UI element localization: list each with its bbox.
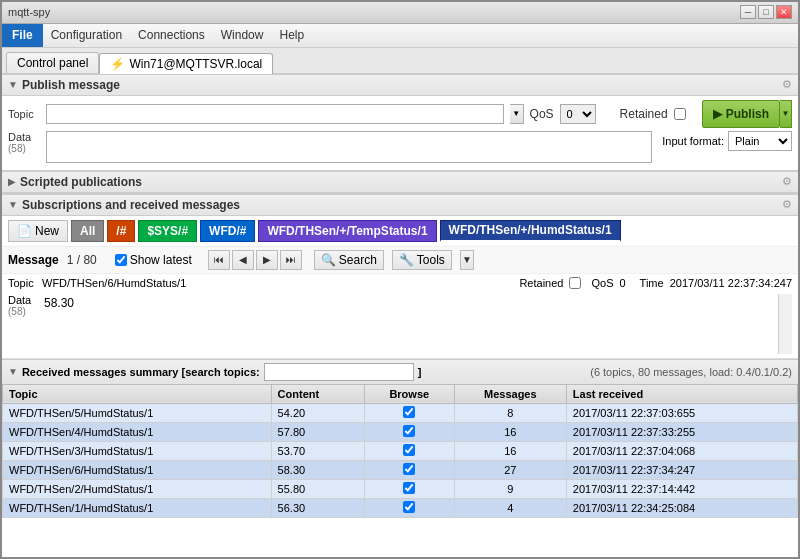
summary-title: Received messages summary [search topics… [22,366,260,378]
detail-retained-label: Retained [519,277,563,289]
topic-row: Topic ▼ QoS 012 Retained ▶ Publish [8,100,792,128]
cell-browse[interactable] [364,441,454,460]
retained-checkbox[interactable] [674,108,686,120]
subscriptions-section-header[interactable]: ▼ Subscriptions and received messages ⚙ [2,194,798,216]
tab-humd-active[interactable]: WFD/THSen/+/HumdStatus/1 [440,220,621,242]
sub-gear-icon[interactable]: ⚙ [782,198,792,211]
menu-help[interactable]: Help [271,24,312,47]
tools-dropdown[interactable]: ▼ [460,250,474,270]
nav-next-button[interactable]: ▶ [256,250,278,270]
tab-temp[interactable]: WFD/THSen/+/TempStatus/1 [258,220,436,242]
maximize-button[interactable]: □ [758,5,774,19]
cell-last-received: 2017/03/11 22:37:14:442 [566,479,797,498]
data-detail-size: (58) [8,306,36,317]
detail-topic-value: WFD/THSen/6/HumdStatus/1 [42,277,186,289]
nav-first-button[interactable]: ⏮ [208,250,230,270]
tab-wfd[interactable]: WFD/# [200,220,255,242]
tab-all[interactable]: All [71,220,104,242]
publish-button[interactable]: ▶ Publish [702,100,780,128]
table-row[interactable]: WFD/THSen/3/HumdStatus/153.70162017/03/1… [3,441,798,460]
topic-input[interactable] [46,104,504,124]
menu-file[interactable]: File [2,24,43,47]
data-detail-value: 58.30 [44,296,74,310]
table-header-row: Topic Content Browse Messages Last recei… [3,384,798,403]
publish-section-header[interactable]: ▼ Publish message ⚙ [2,74,798,96]
tools-icon: 🔧 [399,253,414,267]
browse-checkbox[interactable] [403,406,415,418]
detail-time-value: 2017/03/11 22:37:34:247 [670,277,792,289]
table-row[interactable]: WFD/THSen/6/HumdStatus/158.30272017/03/1… [3,460,798,479]
browse-checkbox[interactable] [403,482,415,494]
table-row[interactable]: WFD/THSen/5/HumdStatus/154.2082017/03/11… [3,403,798,422]
cell-browse[interactable] [364,498,454,517]
sub-collapse-arrow: ▼ [8,199,18,210]
table-row[interactable]: WFD/THSen/4/HumdStatus/157.80162017/03/1… [3,422,798,441]
cell-content: 57.80 [271,422,364,441]
message-detail: Topic WFD/THSen/6/HumdStatus/1 Retained … [2,274,798,359]
cell-last-received: 2017/03/11 22:37:33:255 [566,422,797,441]
tab-hash[interactable]: /# [107,220,135,242]
input-format-select[interactable]: PlainBase64Hex [728,131,792,151]
cell-messages: 4 [454,498,566,517]
show-latest: Show latest [115,253,192,267]
table-row[interactable]: WFD/THSen/1/HumdStatus/156.3042017/03/11… [3,498,798,517]
scripted-gear-icon[interactable]: ⚙ [782,175,792,188]
browse-checkbox[interactable] [403,463,415,475]
menu-connections[interactable]: Connections [130,24,213,47]
menu-window[interactable]: Window [213,24,272,47]
summary-search-input[interactable] [264,363,414,381]
publish-form: Topic ▼ QoS 012 Retained ▶ Publish [2,96,798,170]
input-format-label: Input format: [662,135,724,147]
cell-browse[interactable] [364,479,454,498]
detail-retained-checkbox[interactable] [569,277,581,289]
summary-bracket: ] [418,366,422,378]
menu-configuration[interactable]: Configuration [43,24,130,47]
browse-checkbox[interactable] [403,501,415,513]
col-browse: Browse [364,384,454,403]
nav-prev-button[interactable]: ◀ [232,250,254,270]
tab-bar: Control panel ⚡ Win71@MQTTSVR.local [2,48,798,74]
browse-checkbox[interactable] [403,444,415,456]
cell-browse[interactable] [364,460,454,479]
cell-browse[interactable] [364,422,454,441]
data-label: Data [8,131,40,143]
search-button[interactable]: 🔍 Search [314,250,384,270]
new-subscription-button[interactable]: 📄 New [8,220,68,242]
sub-toolbar: 📄 New All /# $SYS/# WFD/# WFD/THSen/+/Te… [2,216,798,247]
qos-select[interactable]: 012 [560,104,596,124]
cell-topic: WFD/THSen/5/HumdStatus/1 [3,403,272,422]
summary-section: ▼ Received messages summary [search topi… [2,359,798,557]
summary-collapse-arrow: ▼ [8,366,18,377]
close-button[interactable]: ✕ [776,5,792,19]
table-row[interactable]: WFD/THSen/2/HumdStatus/155.8092017/03/11… [3,479,798,498]
show-latest-label: Show latest [130,253,192,267]
tab-control-panel[interactable]: Control panel [6,52,99,73]
data-size: (58) [8,143,40,154]
scripted-collapse-arrow: ▶ [8,176,16,187]
cell-last-received: 2017/03/11 22:34:25:084 [566,498,797,517]
minimize-button[interactable]: ─ [740,5,756,19]
show-latest-checkbox[interactable] [115,254,127,266]
publish-dropdown-arrow[interactable]: ▼ [780,100,792,128]
data-input[interactable] [46,131,652,163]
search-icon: 🔍 [321,253,336,267]
cell-browse[interactable] [364,403,454,422]
tab-sys[interactable]: $SYS/# [138,220,197,242]
scripted-section-header[interactable]: ▶ Scripted publications ⚙ [2,171,798,193]
topic-dropdown[interactable]: ▼ [510,104,524,124]
cell-messages: 8 [454,403,566,422]
qos-label: QoS [530,107,554,121]
tab-connection[interactable]: ⚡ Win71@MQTTSVR.local [99,53,273,74]
publish-gear-icon[interactable]: ⚙ [782,78,792,91]
publish-collapse-arrow: ▼ [8,79,18,90]
cell-messages: 16 [454,441,566,460]
cell-messages: 16 [454,422,566,441]
summary-table: Topic Content Browse Messages Last recei… [2,384,798,518]
col-last-received: Last received [566,384,797,403]
menu-bar: File Configuration Connections Window He… [2,24,798,48]
cell-messages: 27 [454,460,566,479]
nav-last-button[interactable]: ⏭ [280,250,302,270]
browse-checkbox[interactable] [403,425,415,437]
tools-button[interactable]: 🔧 Tools [392,250,452,270]
detail-qos-value: 0 [619,277,625,289]
